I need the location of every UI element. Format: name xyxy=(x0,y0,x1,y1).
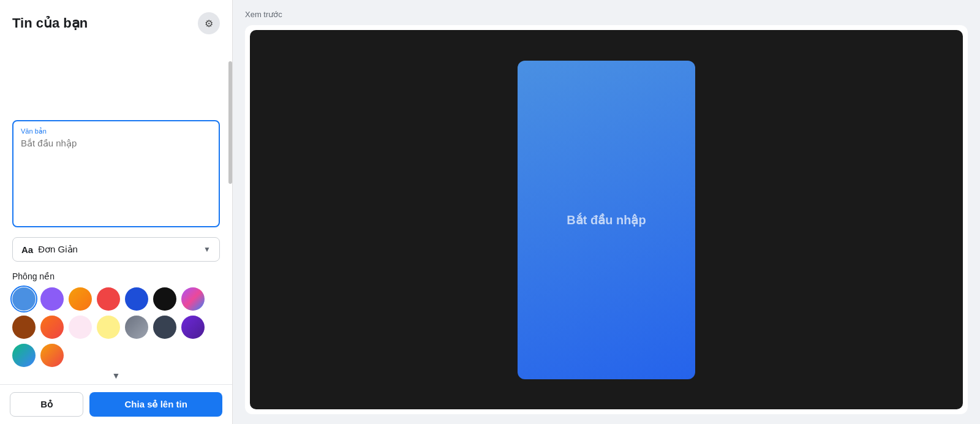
background-section: Phông nền ▼ xyxy=(12,271,220,380)
right-panel: Xem trước Bắt đầu nhập xyxy=(233,0,980,424)
color-swatch-black[interactable] xyxy=(153,287,176,311)
color-swatch-yellow[interactable] xyxy=(97,316,120,339)
spacer xyxy=(12,47,220,120)
color-swatch-gradient-3[interactable] xyxy=(12,344,36,367)
color-swatch-dark-blue[interactable] xyxy=(125,287,148,311)
text-input[interactable] xyxy=(21,138,211,218)
color-swatch-gradient-2[interactable] xyxy=(125,316,148,339)
story-card: Bắt đầu nhập xyxy=(518,61,695,379)
color-swatch-gradient-4[interactable] xyxy=(40,344,64,367)
more-colors-arrow[interactable]: ▼ xyxy=(12,371,220,380)
cancel-button[interactable]: Bỏ xyxy=(10,392,83,417)
color-swatch-dark-circle[interactable] xyxy=(153,316,176,339)
color-swatch-light-pink[interactable] xyxy=(69,316,92,339)
font-selector[interactable]: Aa Đơn Giản ▼ xyxy=(12,237,220,262)
color-swatch-orange-yellow[interactable] xyxy=(69,287,92,311)
chevron-down-icon: ▼ xyxy=(203,245,211,254)
settings-button[interactable]: ⚙ xyxy=(198,12,220,34)
color-swatch-orange-red[interactable] xyxy=(40,316,64,339)
preview-container: Bắt đầu nhập xyxy=(245,25,968,414)
scrollbar-thumb[interactable] xyxy=(228,61,232,184)
bottom-buttons: Bỏ Chia sẻ lên tin xyxy=(0,384,232,424)
panel-title: Tin của bạn xyxy=(12,15,88,31)
panel-header: Tin của bạn ⚙ xyxy=(12,12,220,34)
color-grid xyxy=(12,287,220,367)
background-label: Phông nền xyxy=(12,271,220,281)
scrollbar-track[interactable] xyxy=(228,0,232,424)
textarea-wrapper: Văn bản xyxy=(12,120,220,227)
color-swatch-gradient-1[interactable] xyxy=(181,287,205,311)
color-swatch-pink-red[interactable] xyxy=(97,287,120,311)
color-swatch-purple[interactable] xyxy=(40,287,64,311)
color-swatch-brown[interactable] xyxy=(12,316,36,339)
preview-inner: Bắt đầu nhập xyxy=(250,30,963,409)
textarea-label: Văn bản xyxy=(21,127,211,135)
left-panel: Tin của bạn ⚙ Văn bản Aa Đơn Giản ▼ Phôn… xyxy=(0,0,233,424)
font-aa-label: Aa xyxy=(21,244,33,255)
story-placeholder-text: Bắt đầu nhập xyxy=(554,200,658,240)
color-swatch-blue[interactable] xyxy=(12,287,36,311)
font-name-label: Đơn Giản xyxy=(38,244,203,255)
gear-icon: ⚙ xyxy=(205,18,213,29)
color-swatch-purple-dark[interactable] xyxy=(181,316,205,339)
share-button[interactable]: Chia sẻ lên tin xyxy=(89,392,222,417)
text-area-section: Văn bản xyxy=(12,120,220,227)
preview-label: Xem trước xyxy=(245,10,968,19)
